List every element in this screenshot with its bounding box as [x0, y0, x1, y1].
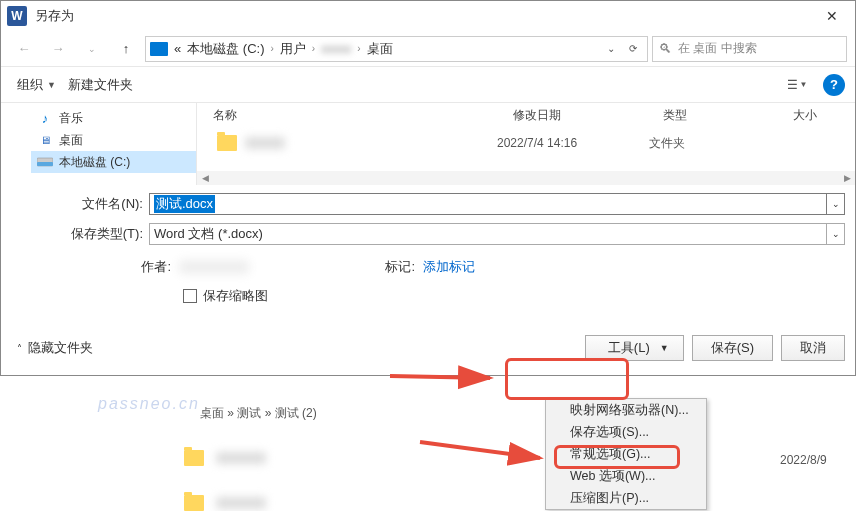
menu-compress-pictures[interactable]: 压缩图片(P)... — [546, 487, 706, 509]
folder-icon — [184, 495, 204, 511]
close-button[interactable]: ✕ — [809, 1, 855, 31]
forward-button[interactable]: → — [43, 36, 73, 62]
fields: 文件名(N): 测试.docx ⌄ 保存类型(T): Word 文档 (*.do… — [1, 185, 855, 329]
thumbnail-row: 保存缩略图 — [31, 277, 845, 323]
tools-label: 工具(L) — [608, 339, 650, 357]
col-name[interactable]: 名称 — [197, 107, 497, 124]
help-button[interactable]: ? — [823, 74, 845, 96]
file-name-blurred — [245, 137, 285, 149]
filename-value: 测试.docx — [154, 195, 215, 213]
thumbnail-checkbox[interactable] — [183, 289, 197, 303]
path-box[interactable]: « 本地磁盘 (C:) › 用户 › xxxxx › 桌面 ⌄ ⟳ — [145, 36, 648, 62]
organize-button[interactable]: 组织 ▼ — [11, 72, 62, 98]
menu-general-options[interactable]: 常规选项(G)... — [546, 443, 706, 465]
sidebar-item-desktop[interactable]: 🖥 桌面 — [31, 129, 196, 151]
file-area: 名称 修改日期 类型 大小 2022/7/4 14:16 文件夹 ◀ ▶ — [197, 103, 855, 185]
path-seg-0[interactable]: « — [172, 41, 183, 56]
watermark: passneo.cn — [98, 395, 200, 413]
filetype-value: Word 文档 (*.docx) — [154, 225, 263, 243]
window-title: 另存为 — [35, 7, 809, 25]
toolbar: 组织 ▼ 新建文件夹 ☰ ▼ ? — [1, 67, 855, 103]
bg-file-date: 2022/8/9 — [780, 453, 827, 467]
column-headers: 名称 修改日期 类型 大小 — [197, 103, 855, 127]
filetype-dropdown[interactable]: ⌄ — [827, 223, 845, 245]
file-type: 文件夹 — [643, 135, 773, 152]
filename-label: 文件名(N): — [31, 195, 149, 213]
file-row[interactable]: 2022/7/4 14:16 文件夹 — [197, 131, 855, 155]
music-icon: ♪ — [37, 110, 53, 126]
up-button[interactable]: ↑ — [111, 36, 141, 62]
back-button[interactable]: ← — [9, 36, 39, 62]
word-app-icon: W — [7, 6, 27, 26]
col-date[interactable]: 修改日期 — [497, 107, 647, 124]
save-button[interactable]: 保存(S) — [692, 335, 773, 361]
path-seg-3-blurred[interactable]: xxxxx — [319, 42, 353, 56]
path-dropdown[interactable]: ⌄ — [601, 43, 621, 54]
filetype-label: 保存类型(T): — [31, 225, 149, 243]
cancel-button[interactable]: 取消 — [781, 335, 845, 361]
chevron-down-icon: ▼ — [660, 343, 669, 353]
chevron-right-icon: › — [269, 43, 276, 54]
meta-row: 作者: 标记: 添加标记 — [31, 251, 845, 277]
svg-rect-1 — [37, 162, 53, 166]
tags-label: 标记: — [375, 258, 415, 276]
hide-folders-label: 隐藏文件夹 — [28, 339, 93, 357]
tags-value[interactable]: 添加标记 — [423, 258, 603, 276]
bg-file-row-1 — [184, 450, 266, 466]
filetype-select[interactable]: Word 文档 (*.docx) — [149, 223, 827, 245]
author-value-blurred[interactable] — [179, 260, 249, 274]
menu-web-options[interactable]: Web 选项(W)... — [546, 465, 706, 487]
filetype-row: 保存类型(T): Word 文档 (*.docx) ⌄ — [31, 221, 845, 247]
sidebar: ♪ 音乐 🖥 桌面 本地磁盘 (C:) — [1, 103, 197, 185]
scroll-right-icon[interactable]: ▶ — [839, 171, 855, 185]
navbar: ← → ⌄ ↑ « 本地磁盘 (C:) › 用户 › xxxxx › 桌面 ⌄ … — [1, 31, 855, 67]
folder-icon — [217, 135, 237, 151]
col-size[interactable]: 大小 — [777, 107, 855, 124]
annotation-arrow-2 — [420, 440, 560, 473]
view-mode-button[interactable]: ☰ ▼ — [779, 72, 815, 98]
sidebar-item-music[interactable]: ♪ 音乐 — [31, 107, 196, 129]
sidebar-label: 音乐 — [59, 110, 83, 127]
col-type[interactable]: 类型 — [647, 107, 777, 124]
scroll-left-icon[interactable]: ◀ — [197, 171, 213, 185]
thumbnail-label: 保存缩略图 — [203, 287, 268, 305]
filename-dropdown[interactable]: ⌄ — [827, 193, 845, 215]
chevron-down-icon: ▼ — [47, 80, 56, 90]
chevron-up-icon: ˄ — [17, 343, 22, 354]
author-label: 作者: — [131, 258, 171, 276]
chevron-right-icon: › — [355, 43, 362, 54]
path-seg-2[interactable]: 用户 — [278, 40, 308, 58]
menu-save-options[interactable]: 保存选项(S)... — [546, 421, 706, 443]
recent-dropdown[interactable]: ⌄ — [77, 36, 107, 62]
path-seg-4[interactable]: 桌面 — [365, 40, 395, 58]
disk-icon — [37, 154, 53, 170]
filename-row: 文件名(N): 测试.docx ⌄ — [31, 191, 845, 217]
filename-input[interactable]: 测试.docx — [149, 193, 827, 215]
chevron-right-icon: › — [310, 43, 317, 54]
titlebar: W 另存为 ✕ — [1, 1, 855, 31]
search-input[interactable]: 🔍︎ 在 桌面 中搜索 — [652, 36, 847, 62]
sidebar-item-localdisk[interactable]: 本地磁盘 (C:) — [31, 151, 196, 173]
folder-icon — [184, 450, 204, 466]
path-seg-1[interactable]: 本地磁盘 (C:) — [185, 40, 266, 58]
desktop-icon: 🖥 — [37, 132, 53, 148]
menu-map-drive[interactable]: 映射网络驱动器(N)... — [546, 399, 706, 421]
save-as-dialog: W 另存为 ✕ ← → ⌄ ↑ « 本地磁盘 (C:) › 用户 › xxxxx… — [0, 0, 856, 376]
tools-button[interactable]: 工具(L) ▼ — [585, 335, 684, 361]
sidebar-label: 桌面 — [59, 132, 83, 149]
bg-file-row-2 — [184, 495, 266, 511]
hide-folders-button[interactable]: ˄ 隐藏文件夹 — [11, 335, 99, 361]
refresh-button[interactable]: ⟳ — [623, 43, 643, 54]
pc-icon — [150, 42, 168, 56]
svg-line-3 — [420, 442, 540, 458]
sidebar-label: 本地磁盘 (C:) — [59, 154, 130, 171]
h-scrollbar[interactable]: ◀ ▶ — [197, 171, 855, 185]
body: ♪ 音乐 🖥 桌面 本地磁盘 (C:) 名称 修改日期 类型 大小 — [1, 103, 855, 185]
new-folder-button[interactable]: 新建文件夹 — [62, 72, 139, 98]
organize-label: 组织 — [17, 76, 43, 94]
new-folder-label: 新建文件夹 — [68, 76, 133, 94]
tools-menu: 映射网络驱动器(N)... 保存选项(S)... 常规选项(G)... Web … — [545, 398, 707, 510]
footer: ˄ 隐藏文件夹 工具(L) ▼ 保存(S) 取消 — [1, 329, 855, 375]
svg-line-2 — [390, 376, 490, 378]
bg-breadcrumb: 桌面 » 测试 » 测试 (2) — [200, 405, 317, 422]
